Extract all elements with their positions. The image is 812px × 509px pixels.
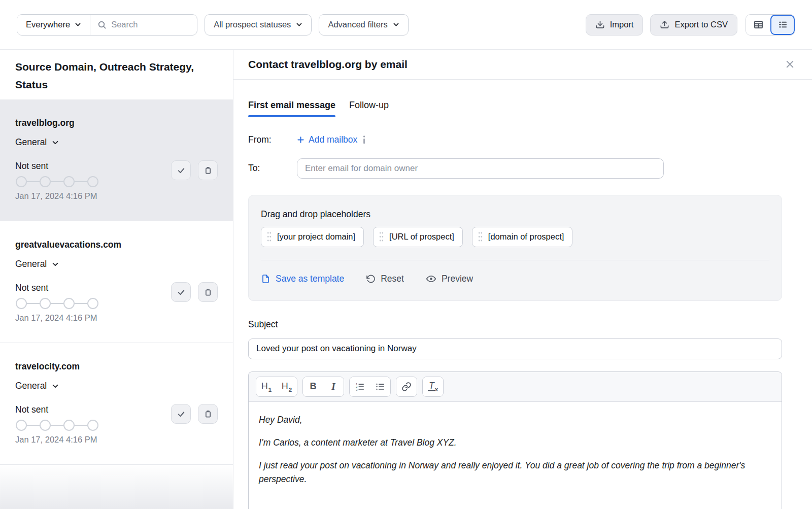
- link-group: [396, 377, 417, 397]
- clear-formatting-button[interactable]: Tx: [423, 377, 443, 396]
- email-paragraph: I’m Carlos, a content marketer at Travel…: [259, 436, 771, 450]
- reset-label: Reset: [381, 274, 404, 284]
- table-view-button[interactable]: [746, 15, 770, 35]
- search-icon: [97, 20, 107, 29]
- save-as-template-label: Save as template: [276, 274, 344, 284]
- clear-formatting-icon: T: [428, 382, 435, 391]
- prospect-item-greatvaluevacations[interactable]: greatvaluevacations.com General Not sent…: [0, 221, 233, 343]
- export-to-csv-button[interactable]: Export to CSV: [650, 14, 737, 36]
- close-panel-button[interactable]: [783, 57, 797, 71]
- ordered-list-button[interactable]: 123: [350, 377, 370, 396]
- subject-input[interactable]: [248, 338, 782, 359]
- email-paragraph: Hey David,: [259, 413, 771, 427]
- plus-icon: [297, 136, 304, 144]
- search-combo: Everywhere: [17, 14, 197, 36]
- mark-done-button[interactable]: [171, 404, 191, 424]
- insert-link-button[interactable]: [396, 377, 417, 396]
- list-view-button[interactable]: [770, 15, 795, 35]
- prospect-domain: travelocity.com: [15, 358, 218, 372]
- placeholders-box: Drag and drop placeholders [your project…: [248, 195, 782, 301]
- advanced-filters-dropdown[interactable]: Advanced filters: [319, 14, 408, 36]
- active-tab-underline: [248, 115, 335, 117]
- chip-domain-of-prospect[interactable]: [domain of prospect]: [472, 227, 573, 247]
- subject-label: Subject: [248, 319, 782, 330]
- editor-toolbar: H1 H2 B I: [249, 372, 782, 402]
- ordered-list-icon: 123: [355, 382, 365, 392]
- outreach-strategy-dropdown[interactable]: General: [15, 259, 218, 269]
- chip-label: [URL of prospect]: [389, 232, 454, 242]
- email-body-editor: H1 H2 B I: [248, 371, 782, 509]
- h2-icon: H: [282, 381, 288, 392]
- search-scope-dropdown[interactable]: Everywhere: [17, 15, 90, 35]
- sidebar-footer-fade: [0, 465, 233, 509]
- search-scope-label: Everywhere: [26, 20, 70, 29]
- prospect-date: Jan 17, 2024 4:16 PM: [15, 191, 218, 201]
- prospect-status-filter-dropdown[interactable]: All prospect statuses: [205, 14, 312, 36]
- chevron-down-icon: [52, 383, 59, 390]
- search-input[interactable]: [111, 20, 190, 29]
- drag-handle-icon: [478, 231, 483, 242]
- mark-done-button[interactable]: [171, 160, 191, 180]
- prospect-actions: [171, 404, 218, 424]
- reset-button[interactable]: Reset: [366, 274, 404, 284]
- heading1-button[interactable]: H1: [256, 377, 277, 396]
- import-button[interactable]: Import: [586, 14, 644, 36]
- content-area: Source Domain, Outreach Strategy, Status…: [0, 50, 812, 509]
- outreach-strategy-dropdown[interactable]: General: [15, 381, 218, 391]
- email-body-textarea[interactable]: Hey David, I’m Carlos, a content markete…: [249, 402, 782, 507]
- placeholder-chips: [your project domain] [URL of prospect]: [261, 227, 769, 247]
- tab-follow-up[interactable]: Follow-up: [349, 100, 389, 117]
- tab-label: Follow-up: [349, 100, 389, 110]
- preview-button[interactable]: Preview: [426, 274, 473, 284]
- check-icon: [177, 288, 186, 297]
- email-paragraph: I just read your post on vacationing in …: [259, 459, 771, 486]
- contact-panel: Contact travelblog.org by email First em…: [233, 50, 812, 509]
- bold-button[interactable]: B: [303, 377, 323, 396]
- add-mailbox-label: Add mailbox: [309, 134, 357, 145]
- delete-prospect-button[interactable]: [198, 160, 218, 180]
- from-row: From: Add mailbox: [248, 134, 782, 145]
- undo-icon: [366, 274, 376, 284]
- chip-label: [your project domain]: [277, 232, 355, 242]
- sidebar-header: Source Domain, Outreach Strategy, Status: [0, 50, 233, 99]
- bold-icon: B: [310, 381, 317, 392]
- heading2-button[interactable]: H2: [277, 377, 297, 396]
- upload-icon: [660, 20, 669, 29]
- prospect-item-travelblog[interactable]: travelblog.org General Not sent Jan 17, …: [0, 99, 233, 221]
- trash-icon: [204, 410, 213, 419]
- status-stepper: [15, 176, 99, 188]
- to-email-input[interactable]: [297, 158, 664, 179]
- chevron-down-icon: [75, 21, 81, 28]
- italic-button[interactable]: I: [323, 377, 344, 396]
- tab-first-email-message[interactable]: First email message: [248, 100, 335, 117]
- preview-label: Preview: [442, 274, 473, 284]
- view-toggle: [746, 14, 795, 36]
- placeholders-title: Drag and drop placeholders: [261, 209, 769, 220]
- delete-prospect-button[interactable]: [198, 282, 218, 302]
- trash-icon: [204, 288, 213, 297]
- chip-your-project-domain[interactable]: [your project domain]: [261, 227, 364, 247]
- chip-label: [domain of prospect]: [488, 232, 564, 242]
- advanced-filters-label: Advanced filters: [328, 20, 387, 29]
- prospect-item-travelocity[interactable]: travelocity.com General Not sent Jan 17,…: [0, 343, 233, 465]
- drag-handle-icon: [379, 231, 384, 242]
- heading-group: H1 H2: [256, 377, 297, 397]
- save-as-template-button[interactable]: Save as template: [261, 274, 344, 284]
- table-icon: [753, 19, 764, 30]
- chip-url-of-prospect[interactable]: [URL of prospect]: [373, 227, 463, 247]
- info-icon[interactable]: [362, 135, 366, 144]
- svg-text:3: 3: [356, 388, 357, 391]
- outreach-strategy-dropdown[interactable]: General: [15, 137, 218, 148]
- add-mailbox-link[interactable]: Add mailbox: [297, 134, 357, 145]
- clear-formatting-sub: x: [435, 386, 438, 392]
- strategy-label: General: [15, 259, 47, 269]
- mark-done-button[interactable]: [171, 282, 191, 302]
- from-label: From:: [248, 134, 297, 145]
- strategy-label: General: [15, 137, 47, 148]
- clear-format-group: Tx: [422, 377, 444, 397]
- chevron-down-icon: [296, 21, 302, 28]
- file-icon: [261, 274, 270, 284]
- delete-prospect-button[interactable]: [198, 404, 218, 424]
- h1-icon: H: [261, 381, 268, 392]
- bullet-list-button[interactable]: [370, 377, 390, 396]
